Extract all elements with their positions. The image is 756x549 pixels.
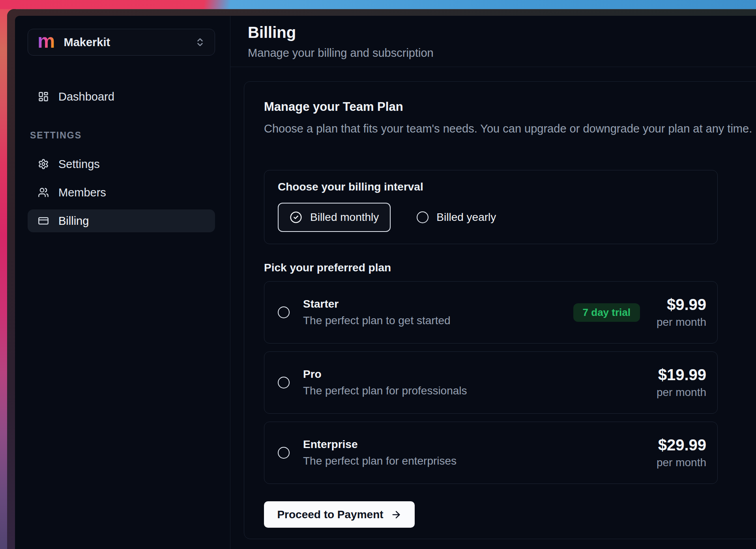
trial-badge: 7 day trial (573, 303, 640, 322)
credit-card-icon (38, 215, 49, 226)
sidebar-item-billing[interactable]: Billing (28, 209, 215, 232)
plan-row-starter[interactable]: Starter The perfect plan to get started … (264, 281, 718, 344)
option-billed-monthly[interactable]: Billed monthly (278, 203, 391, 232)
sidebar-item-label: Dashboard (58, 90, 114, 103)
sidebar-item-settings[interactable]: Settings (28, 153, 215, 176)
proceed-to-payment-label: Proceed to Payment (277, 508, 383, 521)
radio-icon[interactable] (278, 447, 290, 459)
app-content: m Makerkit (15, 16, 756, 549)
plan-row-enterprise[interactable]: Enterprise The perfect plan for enterpri… (264, 422, 718, 484)
arrow-right-icon (391, 509, 402, 520)
option-label: Billed monthly (310, 211, 379, 224)
plan-description: The perfect plan to get started (303, 314, 451, 327)
plan-price: $19.99 (647, 366, 706, 383)
sidebar-section-label: SETTINGS (30, 130, 215, 141)
plan-period: per month (647, 386, 706, 399)
plan-text: Starter The perfect plan to get started (303, 298, 451, 327)
radio-icon[interactable] (278, 377, 290, 388)
app-window: m Makerkit (7, 9, 756, 549)
card-title: Manage your Team Plan (264, 99, 756, 115)
page-title: Billing (248, 22, 756, 43)
window-frame-left (7, 9, 16, 549)
plan-name: Starter (303, 298, 451, 310)
users-icon (38, 187, 49, 198)
plan-period: per month (647, 456, 706, 469)
gear-icon (38, 159, 49, 170)
option-billed-yearly[interactable]: Billed yearly (417, 211, 496, 224)
nav-spacer (28, 204, 215, 209)
desktop-screen: m Makerkit (0, 0, 756, 549)
billing-interval-box: Choose your billing interval Billed mont… (264, 170, 718, 244)
plan-price-block: $29.99 per month (647, 436, 706, 469)
sidebar: m Makerkit (15, 16, 230, 549)
wallpaper-top-strip (0, 0, 756, 9)
radio-icon (417, 211, 429, 223)
sidebar-item-label: Members (58, 186, 106, 199)
plan-price: $29.99 (647, 436, 706, 454)
card-description: Choose a plan that fits your team's need… (264, 121, 756, 136)
proceed-to-payment-button[interactable]: Proceed to Payment (264, 501, 415, 528)
plan-row-pro[interactable]: Pro The perfect plan for professionals $… (264, 351, 718, 414)
plans-label: Pick your preferred plan (264, 261, 756, 274)
sidebar-nav: Dashboard SETTINGS Settings (28, 85, 215, 232)
plan-period: per month (647, 316, 706, 329)
workspace-selector[interactable]: m Makerkit (28, 29, 215, 56)
plan-text: Pro The perfect plan for professionals (303, 368, 467, 397)
workspace-name: Makerkit (64, 36, 110, 49)
billing-interval-options: Billed monthly Billed yearly (278, 203, 704, 232)
page-subtitle: Manage your billing and subscription (248, 46, 756, 60)
radio-icon[interactable] (278, 306, 290, 318)
plan-name: Enterprise (303, 438, 457, 451)
check-circle-icon (290, 211, 302, 224)
makerkit-logo: m (37, 31, 55, 51)
sidebar-item-members[interactable]: Members (28, 181, 215, 204)
page-header: Billing Manage your billing and subscrip… (230, 16, 756, 67)
option-label: Billed yearly (436, 211, 496, 224)
plan-price-block: $19.99 per month (647, 366, 706, 399)
plan-text: Enterprise The perfect plan for enterpri… (303, 438, 457, 467)
billing-interval-label: Choose your billing interval (278, 181, 704, 193)
team-plan-card: Manage your Team Plan Choose a plan that… (244, 81, 756, 539)
plan-description: The perfect plan for professionals (303, 385, 467, 397)
sidebar-item-label: Settings (58, 158, 100, 171)
dashboard-icon (38, 91, 49, 102)
sidebar-item-label: Billing (58, 215, 89, 228)
plan-price-block: $9.99 per month (647, 296, 706, 329)
plan-list: Starter The perfect plan to get started … (264, 281, 718, 484)
nav-spacer (28, 176, 215, 181)
plan-price: $9.99 (647, 296, 706, 313)
plan-name: Pro (303, 368, 467, 381)
plan-description: The perfect plan for enterprises (303, 455, 457, 467)
sidebar-item-dashboard[interactable]: Dashboard (28, 85, 215, 108)
chevrons-up-down-icon (195, 37, 205, 47)
main-content: Billing Manage your billing and subscrip… (230, 16, 756, 549)
